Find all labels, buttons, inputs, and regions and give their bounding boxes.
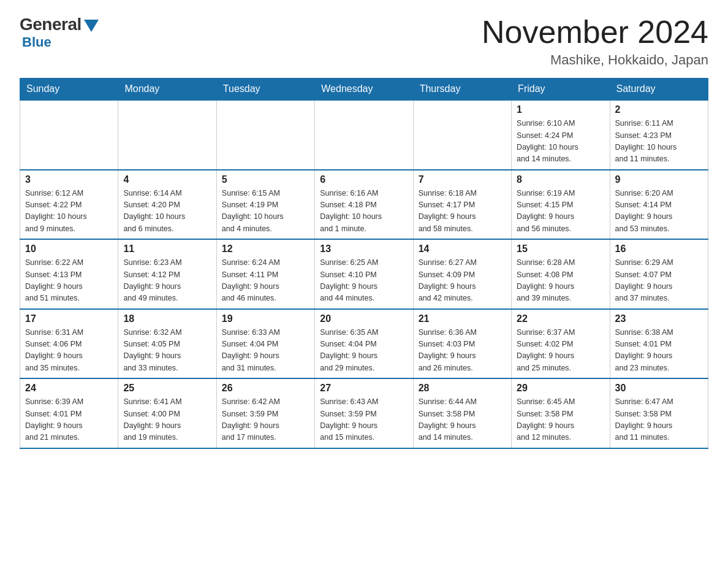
calendar-cell: 23Sunrise: 6:38 AM Sunset: 4:01 PM Dayli… [610, 309, 708, 379]
calendar-cell: 21Sunrise: 6:36 AM Sunset: 4:03 PM Dayli… [413, 309, 511, 379]
calendar-table: SundayMondayTuesdayWednesdayThursdayFrid… [20, 78, 708, 449]
day-number: 4 [123, 174, 211, 185]
day-info: Sunrise: 6:37 AM Sunset: 4:02 PM Dayligh… [517, 327, 604, 375]
day-number: 3 [25, 174, 113, 185]
calendar-cell: 4Sunrise: 6:14 AM Sunset: 4:20 PM Daylig… [118, 170, 216, 240]
day-info: Sunrise: 6:24 AM Sunset: 4:11 PM Dayligh… [222, 257, 309, 305]
calendar-cell: 3Sunrise: 6:12 AM Sunset: 4:22 PM Daylig… [20, 170, 118, 240]
day-number: 21 [419, 313, 506, 324]
calendar-cell: 24Sunrise: 6:39 AM Sunset: 4:01 PM Dayli… [20, 378, 118, 448]
month-year-title: November 2024 [482, 15, 708, 50]
day-info: Sunrise: 6:19 AM Sunset: 4:15 PM Dayligh… [517, 188, 604, 236]
calendar-cell [20, 100, 118, 170]
calendar-cell: 27Sunrise: 6:43 AM Sunset: 3:59 PM Dayli… [315, 378, 413, 448]
calendar-cell [413, 100, 511, 170]
weekday-header-tuesday: Tuesday [216, 79, 314, 101]
logo: General Blue [20, 15, 99, 50]
day-number: 12 [222, 243, 309, 255]
page-header: General Blue November 2024 Mashike, Hokk… [20, 15, 708, 68]
calendar-cell: 12Sunrise: 6:24 AM Sunset: 4:11 PM Dayli… [216, 239, 314, 309]
calendar-cell: 17Sunrise: 6:31 AM Sunset: 4:06 PM Dayli… [20, 309, 118, 379]
day-number: 16 [615, 243, 703, 255]
calendar-cell [118, 100, 216, 170]
day-info: Sunrise: 6:27 AM Sunset: 4:09 PM Dayligh… [419, 257, 506, 305]
day-info: Sunrise: 6:28 AM Sunset: 4:08 PM Dayligh… [517, 257, 604, 305]
calendar-cell: 7Sunrise: 6:18 AM Sunset: 4:17 PM Daylig… [413, 170, 511, 240]
day-info: Sunrise: 6:16 AM Sunset: 4:18 PM Dayligh… [320, 188, 408, 236]
day-number: 11 [123, 243, 211, 255]
day-number: 7 [419, 174, 506, 185]
day-number: 14 [419, 243, 506, 255]
calendar-cell: 1Sunrise: 6:10 AM Sunset: 4:24 PM Daylig… [512, 100, 610, 170]
day-number: 8 [517, 174, 604, 185]
day-info: Sunrise: 6:33 AM Sunset: 4:04 PM Dayligh… [222, 327, 309, 375]
day-info: Sunrise: 6:31 AM Sunset: 4:06 PM Dayligh… [25, 327, 113, 375]
calendar-cell: 22Sunrise: 6:37 AM Sunset: 4:02 PM Dayli… [512, 309, 610, 379]
calendar-week-row-2: 3Sunrise: 6:12 AM Sunset: 4:22 PM Daylig… [20, 170, 708, 240]
calendar-week-row-4: 17Sunrise: 6:31 AM Sunset: 4:06 PM Dayli… [20, 309, 708, 379]
calendar-week-row-3: 10Sunrise: 6:22 AM Sunset: 4:13 PM Dayli… [20, 239, 708, 309]
logo-general-text: General [20, 15, 82, 34]
day-info: Sunrise: 6:36 AM Sunset: 4:03 PM Dayligh… [419, 327, 506, 375]
calendar-cell: 11Sunrise: 6:23 AM Sunset: 4:12 PM Dayli… [118, 239, 216, 309]
weekday-header-wednesday: Wednesday [315, 79, 413, 101]
day-info: Sunrise: 6:15 AM Sunset: 4:19 PM Dayligh… [222, 188, 309, 236]
day-number: 20 [320, 313, 408, 324]
logo-triangle-icon [84, 20, 99, 32]
calendar-cell [315, 100, 413, 170]
calendar-cell: 19Sunrise: 6:33 AM Sunset: 4:04 PM Dayli… [216, 309, 314, 379]
day-info: Sunrise: 6:10 AM Sunset: 4:24 PM Dayligh… [517, 118, 604, 166]
day-number: 9 [615, 174, 703, 185]
calendar-cell: 6Sunrise: 6:16 AM Sunset: 4:18 PM Daylig… [315, 170, 413, 240]
day-number: 29 [517, 383, 604, 394]
day-info: Sunrise: 6:25 AM Sunset: 4:10 PM Dayligh… [320, 257, 408, 305]
day-number: 23 [615, 313, 703, 324]
day-info: Sunrise: 6:14 AM Sunset: 4:20 PM Dayligh… [123, 188, 211, 236]
day-number: 28 [419, 383, 506, 394]
day-number: 18 [123, 313, 211, 324]
day-info: Sunrise: 6:42 AM Sunset: 3:59 PM Dayligh… [222, 396, 309, 444]
day-number: 27 [320, 383, 408, 394]
day-number: 2 [615, 104, 703, 115]
weekday-header-thursday: Thursday [413, 79, 511, 101]
calendar-cell: 8Sunrise: 6:19 AM Sunset: 4:15 PM Daylig… [512, 170, 610, 240]
weekday-header-saturday: Saturday [610, 79, 708, 101]
calendar-cell: 2Sunrise: 6:11 AM Sunset: 4:23 PM Daylig… [610, 100, 708, 170]
day-info: Sunrise: 6:44 AM Sunset: 3:58 PM Dayligh… [419, 396, 506, 444]
day-info: Sunrise: 6:39 AM Sunset: 4:01 PM Dayligh… [25, 396, 113, 444]
calendar-cell: 26Sunrise: 6:42 AM Sunset: 3:59 PM Dayli… [216, 378, 314, 448]
day-number: 6 [320, 174, 408, 185]
title-block: November 2024 Mashike, Hokkaido, Japan [482, 15, 708, 68]
weekday-header-monday: Monday [118, 79, 216, 101]
calendar-cell: 15Sunrise: 6:28 AM Sunset: 4:08 PM Dayli… [512, 239, 610, 309]
calendar-cell: 20Sunrise: 6:35 AM Sunset: 4:04 PM Dayli… [315, 309, 413, 379]
day-info: Sunrise: 6:29 AM Sunset: 4:07 PM Dayligh… [615, 257, 703, 305]
day-number: 22 [517, 313, 604, 324]
calendar-cell: 13Sunrise: 6:25 AM Sunset: 4:10 PM Dayli… [315, 239, 413, 309]
calendar-cell: 10Sunrise: 6:22 AM Sunset: 4:13 PM Dayli… [20, 239, 118, 309]
day-number: 10 [25, 243, 113, 255]
day-info: Sunrise: 6:35 AM Sunset: 4:04 PM Dayligh… [320, 327, 408, 375]
calendar-cell: 14Sunrise: 6:27 AM Sunset: 4:09 PM Dayli… [413, 239, 511, 309]
weekday-header-sunday: Sunday [20, 79, 118, 101]
calendar-cell: 16Sunrise: 6:29 AM Sunset: 4:07 PM Dayli… [610, 239, 708, 309]
day-number: 17 [25, 313, 113, 324]
calendar-week-row-1: 1Sunrise: 6:10 AM Sunset: 4:24 PM Daylig… [20, 100, 708, 170]
calendar-cell: 30Sunrise: 6:47 AM Sunset: 3:58 PM Dayli… [610, 378, 708, 448]
day-info: Sunrise: 6:20 AM Sunset: 4:14 PM Dayligh… [615, 188, 703, 236]
calendar-cell: 18Sunrise: 6:32 AM Sunset: 4:05 PM Dayli… [118, 309, 216, 379]
day-number: 25 [123, 383, 211, 394]
day-info: Sunrise: 6:23 AM Sunset: 4:12 PM Dayligh… [123, 257, 211, 305]
day-info: Sunrise: 6:38 AM Sunset: 4:01 PM Dayligh… [615, 327, 703, 375]
calendar-cell: 25Sunrise: 6:41 AM Sunset: 4:00 PM Dayli… [118, 378, 216, 448]
calendar-cell: 5Sunrise: 6:15 AM Sunset: 4:19 PM Daylig… [216, 170, 314, 240]
calendar-cell: 9Sunrise: 6:20 AM Sunset: 4:14 PM Daylig… [610, 170, 708, 240]
day-info: Sunrise: 6:18 AM Sunset: 4:17 PM Dayligh… [419, 188, 506, 236]
day-number: 19 [222, 313, 309, 324]
day-number: 1 [517, 104, 604, 115]
location-subtitle: Mashike, Hokkaido, Japan [482, 52, 708, 68]
day-number: 30 [615, 383, 703, 394]
day-number: 5 [222, 174, 309, 185]
day-info: Sunrise: 6:41 AM Sunset: 4:00 PM Dayligh… [123, 396, 211, 444]
calendar-cell: 28Sunrise: 6:44 AM Sunset: 3:58 PM Dayli… [413, 378, 511, 448]
